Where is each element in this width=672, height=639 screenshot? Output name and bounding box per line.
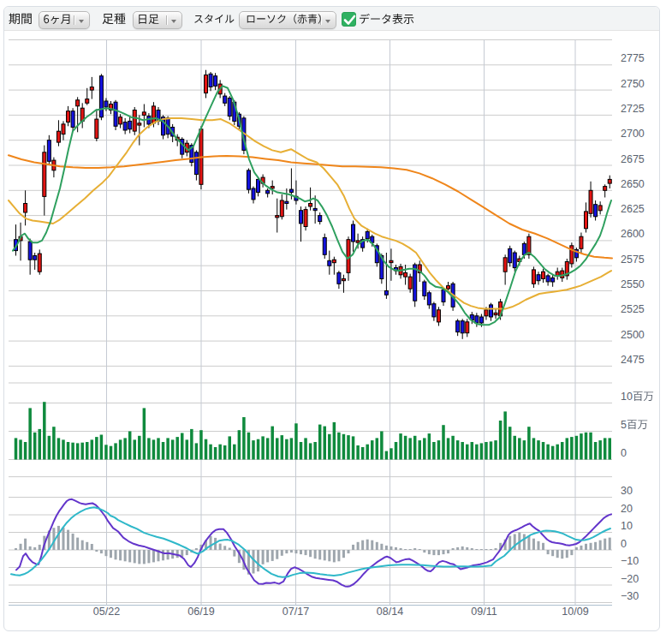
svg-text:0: 0 <box>621 538 627 550</box>
svg-text:05/22: 05/22 <box>93 606 120 618</box>
svg-text:30: 30 <box>621 485 633 497</box>
svg-text:2525: 2525 <box>621 303 645 315</box>
svg-text:10: 10 <box>621 391 633 403</box>
svg-text:2750: 2750 <box>621 78 645 90</box>
svg-text:2575: 2575 <box>621 254 645 266</box>
svg-text:2675: 2675 <box>621 153 645 165</box>
svg-text:2650: 2650 <box>621 178 645 190</box>
svg-text:2475: 2475 <box>621 354 645 366</box>
svg-text:−10: −10 <box>621 555 639 567</box>
svg-text:−30: −30 <box>621 590 639 602</box>
svg-text:2625: 2625 <box>621 203 645 215</box>
svg-text:2600: 2600 <box>621 228 645 240</box>
svg-text:06/19: 06/19 <box>187 606 214 618</box>
svg-text:2700: 2700 <box>621 128 645 140</box>
svg-text:2500: 2500 <box>621 329 645 341</box>
svg-text:10: 10 <box>621 520 633 532</box>
svg-text:2550: 2550 <box>621 278 645 290</box>
svg-text:2725: 2725 <box>621 103 645 115</box>
svg-text:20: 20 <box>621 503 633 515</box>
svg-text:−20: −20 <box>621 573 639 585</box>
svg-text:09/11: 09/11 <box>471 606 497 618</box>
svg-text:08/14: 08/14 <box>377 606 403 618</box>
svg-text:2775: 2775 <box>621 52 645 64</box>
svg-text:0: 0 <box>621 447 627 459</box>
svg-text:5: 5 <box>621 419 627 431</box>
svg-text:10/09: 10/09 <box>562 606 588 618</box>
svg-text:07/17: 07/17 <box>282 606 309 618</box>
